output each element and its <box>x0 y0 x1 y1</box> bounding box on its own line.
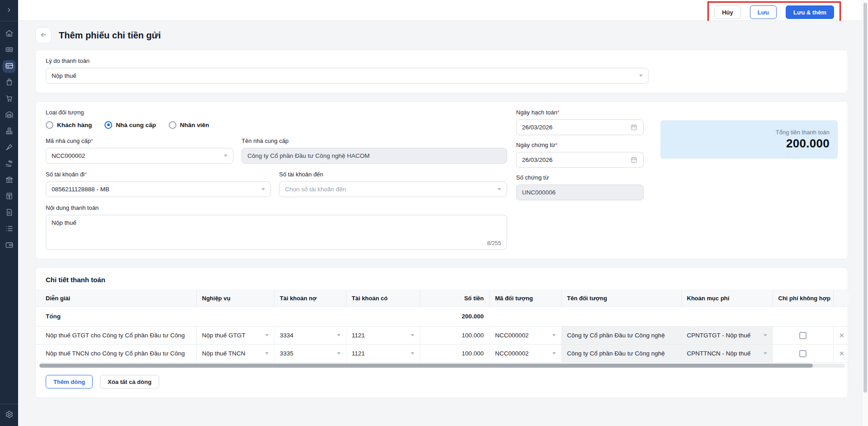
payment-content-textarea[interactable]: Nộp thuế 8/255 <box>46 215 507 250</box>
vertical-scrollbar-thumb[interactable] <box>863 3 867 393</box>
chevron-down-icon <box>411 352 414 355</box>
row-debit-select[interactable]: 3335 <box>274 345 346 363</box>
stamp-icon <box>5 143 14 153</box>
table-header-row: Diễn giải Nghiệp vụ Tài khoản nợ Tài kho… <box>36 290 849 307</box>
sidebar-bottom-divider <box>0 404 18 404</box>
sidebar-item-document[interactable] <box>3 207 15 219</box>
shopping-bag-icon <box>5 78 14 88</box>
posting-date-input[interactable]: 26/03/2026 <box>516 119 644 135</box>
chevron-down-icon <box>337 352 341 355</box>
table-total-row: Tổng 200.000 <box>36 307 849 327</box>
shopping-cart-icon <box>5 94 14 104</box>
delete-row-icon[interactable]: ✕ <box>839 331 844 340</box>
document-date-label: Ngày chứng từ* <box>516 142 644 148</box>
sidebar-item-list[interactable] <box>3 223 15 236</box>
calendar-icon[interactable] <box>630 156 638 164</box>
col-header-amount: Số tiền <box>420 290 489 307</box>
payment-detail-title: Chi tiết thanh toán <box>36 276 848 284</box>
cash-register-icon <box>5 45 14 55</box>
col-header-invalid-expense: Chi phí không hợp <box>773 290 833 307</box>
col-header-object-code: Mã đối tượng <box>489 290 561 307</box>
wallet-icon <box>5 241 14 251</box>
account-to-placeholder: Chọn số tài khoản đến <box>285 186 346 193</box>
sidebar-item-settings[interactable] <box>3 409 15 421</box>
sidebar-expand-button[interactable] <box>0 0 18 21</box>
topbar: Hủy Lưu Lưu & thêm <box>18 0 862 21</box>
sidebar-nav <box>3 21 15 252</box>
save-and-add-button[interactable]: Lưu & thêm <box>786 5 834 19</box>
voucher-info-card: Loại đối tượng Khách hàng Nhà cung cấp <box>35 101 848 259</box>
bank-icon <box>5 175 14 185</box>
table-horizontal-scrollbar[interactable] <box>39 364 845 368</box>
chevron-down-icon <box>224 155 228 157</box>
radio-employee[interactable]: Nhân viên <box>169 121 209 129</box>
sidebar-item-hand-coins[interactable] <box>3 158 15 170</box>
sidebar-item-company[interactable] <box>3 125 15 138</box>
radio-employee-label: Nhân viên <box>180 122 209 128</box>
cancel-button[interactable]: Hủy <box>714 5 741 19</box>
row-amount-cell[interactable]: 100.000 <box>420 327 489 345</box>
row-amount-cell[interactable]: 100.000 <box>420 345 489 363</box>
sidebar-item-warehouse[interactable] <box>3 109 15 122</box>
total-row-label: Tổng <box>36 307 196 327</box>
row-operation-select[interactable]: Nộp thuế TNCN <box>196 345 274 363</box>
row-description-cell[interactable]: Nộp thuế TNCN cho Công ty Cổ phần Đầu tư… <box>36 345 196 363</box>
row-delete-cell: ✕ <box>833 345 849 363</box>
clear-rows-button[interactable]: Xóa tất cả dòng <box>100 375 159 388</box>
page-header: Thêm phiếu chi tiền gửi <box>35 25 848 45</box>
account-to-select[interactable]: Chọn số tài khoản đến <box>279 181 507 197</box>
payment-reason-select[interactable]: Nộp thuế <box>46 68 649 84</box>
chevron-down-icon <box>337 334 341 336</box>
row-description-cell[interactable]: Nộp thuế GTGT cho Công ty Cổ phần Đầu tư… <box>36 327 196 345</box>
document-date-input[interactable]: 26/03/2026 <box>516 152 644 168</box>
sidebar-item-stamp[interactable] <box>3 142 15 154</box>
save-button[interactable]: Lưu <box>750 5 777 19</box>
sidebar-item-shopping-cart[interactable] <box>3 93 15 105</box>
horizontal-scrollbar-thumb[interactable] <box>39 364 813 368</box>
row-object-code-select[interactable]: NCC000002 <box>489 345 561 363</box>
row-credit-select[interactable]: 1121 <box>346 345 420 363</box>
col-header-expense-item: Khoản mục phí <box>681 290 773 307</box>
row-operation-select[interactable]: Nộp thuế GTGT <box>196 327 274 345</box>
chevron-down-icon <box>639 75 643 77</box>
payment-reason-card: Lý do thanh toán Nộp thuế <box>35 50 848 93</box>
total-amount-label: Tổng tiền thanh toán <box>776 129 830 136</box>
row-debit-select[interactable]: 3334 <box>274 327 346 345</box>
supplier-code-select[interactable]: NCC000002 <box>46 148 233 164</box>
payment-content-label: Nội dung thanh toán <box>46 204 507 211</box>
sidebar-item-home[interactable] <box>3 28 15 40</box>
row-expense-item-select[interactable]: CPNTTNCN - Nộp thuế <box>681 345 773 363</box>
sidebar-item-bank[interactable] <box>3 174 15 187</box>
sidebar-item-cash-register[interactable] <box>3 44 15 57</box>
chevron-down-icon <box>552 352 556 355</box>
row-expense-item-select[interactable]: CPNTGTGT - Nộp thuế <box>681 327 773 345</box>
radio-customer[interactable]: Khách hàng <box>46 121 92 129</box>
required-mark: * <box>555 142 558 148</box>
add-row-button[interactable]: Thêm dòng <box>46 375 93 388</box>
row-object-name-cell: Công ty Cổ phần Đầu tư Công nghệ <box>561 345 681 363</box>
supplier-code-label: Mã nhà cung cấp* <box>46 137 233 144</box>
back-button[interactable] <box>35 27 52 43</box>
invalid-expense-checkbox[interactable] <box>799 350 806 357</box>
sidebar-item-invoice[interactable] <box>3 190 15 203</box>
total-amount-value: 200.000 <box>786 137 830 151</box>
payment-reason-label: Lý do thanh toán <box>46 57 838 64</box>
payment-reason-value: Nộp thuế <box>52 72 76 79</box>
document-number-field: UNC000006 <box>516 185 644 200</box>
invalid-expense-checkbox[interactable] <box>799 332 806 339</box>
row-credit-select[interactable]: 1121 <box>346 327 420 345</box>
account-to-label: Số tài khoản đến <box>279 171 507 178</box>
account-from-select[interactable]: 0856211128888 - MB <box>46 181 271 197</box>
total-row-amount: 200.000 <box>420 307 489 327</box>
page-vertical-scrollbar[interactable] <box>862 0 868 426</box>
sidebar-item-shopping-bag[interactable] <box>3 76 15 89</box>
sidebar-item-wallet[interactable] <box>3 239 15 252</box>
delete-row-icon[interactable]: ✕ <box>839 350 844 358</box>
row-invalid-expense-cell <box>773 327 833 345</box>
radio-supplier[interactable]: Nhà cung cấp <box>104 121 156 129</box>
calendar-icon[interactable] <box>630 123 638 131</box>
chevron-down-icon <box>411 334 414 336</box>
row-object-code-select[interactable]: NCC000002 <box>489 327 561 345</box>
sidebar-item-bank-card[interactable] <box>3 60 15 73</box>
invoice-dollar-icon <box>5 192 14 202</box>
